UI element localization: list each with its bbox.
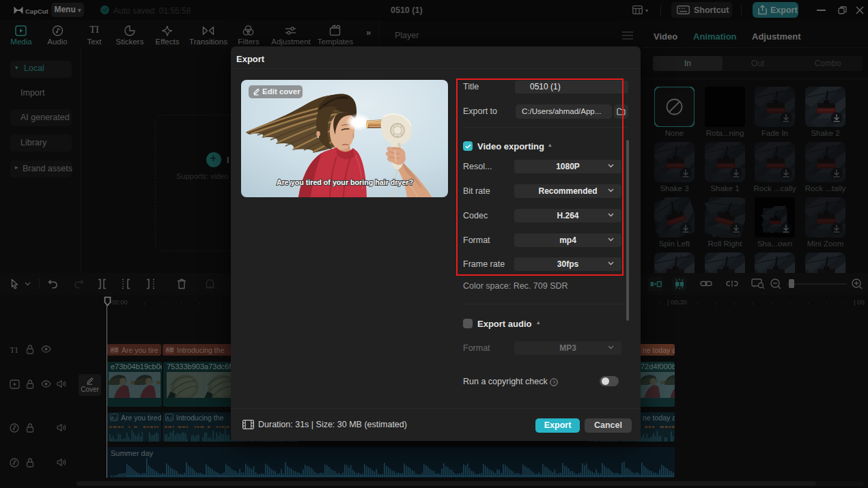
- svg-text:?: ?: [552, 379, 555, 386]
- svg-text:Are you tired of your boring h: Are you tired of your boring hair dryer?: [277, 178, 413, 186]
